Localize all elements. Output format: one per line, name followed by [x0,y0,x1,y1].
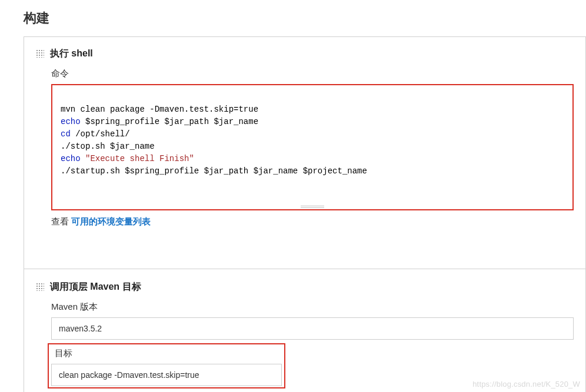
see-label: 查看 [51,216,71,226]
env-vars-link[interactable]: 可用的环境变量列表 [71,216,151,226]
code-keyword: cd [61,129,71,139]
step-header: 调用顶层 Maven 目标 [36,281,574,293]
maven-version-label: Maven 版本 [51,301,574,313]
code-line: ./stop.sh $jar_name [61,142,155,151]
watermark-text: https://blog.csdn.net/K_520_W [472,380,580,388]
code-line: mvn clean package -Dmaven.test.skip=true [61,105,258,114]
maven-build-step: 调用顶层 Maven 目标 Maven 版本 maven3.5.2 目标 cle… [24,269,585,392]
goals-highlight-box: 目标 clean package -Dmaven.test.skip=true [48,343,285,388]
code-text: /opt/shell/ [71,129,130,139]
maven-goals-input[interactable]: clean package -Dmaven.test.skip=true [51,364,282,386]
maven-step-title: 调用顶层 Maven 目标 [50,282,141,292]
build-section-title: 构建 [0,0,586,36]
maven-version-select[interactable]: maven3.5.2 [51,317,574,340]
shell-step-title: 执行 shell [50,48,93,58]
build-container: 执行 shell 命令 mvn clean package -Dmaven.te… [24,36,586,392]
step-header: 执行 shell [36,48,574,60]
code-line: ./startup.sh $spring_profile $jar_path $… [61,166,367,176]
code-string: "Execute shell Finish" [81,154,194,163]
drag-handle-icon[interactable] [36,49,44,58]
code-keyword: echo [61,154,81,163]
resize-grip-icon[interactable] [301,206,324,208]
maven-goals-label: 目标 [55,348,282,359]
shell-command-textarea[interactable]: mvn clean package -Dmaven.test.skip=true… [51,84,574,210]
env-vars-hint: 查看 可用的环境变量列表 [51,216,574,227]
code-text: $spring_profile $jar_path $jar_name [81,117,258,126]
command-label: 命令 [51,68,574,79]
code-keyword: echo [61,117,81,126]
drag-handle-icon[interactable] [36,283,44,291]
shell-build-step: 执行 shell 命令 mvn clean package -Dmaven.te… [24,37,585,239]
